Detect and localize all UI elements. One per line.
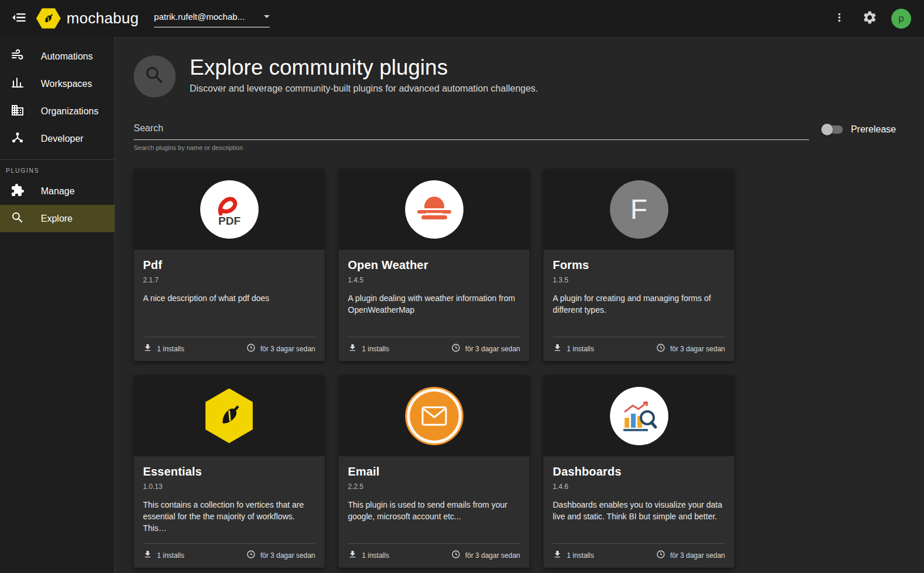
plugin-name: Email — [348, 465, 520, 478]
plugin-description: A nice description of what pdf does — [143, 293, 315, 332]
plugin-card-forms[interactable]: F Forms 1.3.5 A plugin for creating and … — [543, 169, 734, 361]
download-icon — [348, 550, 357, 561]
clock-icon — [246, 343, 256, 354]
clock-icon — [451, 550, 461, 561]
plugin-version: 1.4.5 — [348, 276, 520, 284]
envelope-icon — [421, 406, 447, 426]
sidebar-item-label: Manage — [41, 186, 75, 197]
card-media — [543, 375, 734, 456]
prerelease-toggle[interactable] — [823, 125, 843, 134]
updated-stat: för 3 dagar sedan — [246, 343, 315, 354]
plugin-card-essentials[interactable]: Essentials 1.0.13 This contains a collec… — [134, 375, 325, 568]
card-body: Forms 1.3.5 A plugin for creating and ma… — [543, 250, 734, 361]
plugin-card-open-weather[interactable]: Open Weather 1.4.5 A plugin dealing with… — [339, 169, 529, 361]
card-media — [134, 375, 325, 456]
updated-stat: för 3 dagar sedan — [656, 550, 725, 561]
installs-text: 1 installs — [567, 345, 594, 353]
page-subtitle: Discover and leverage community-built pl… — [190, 83, 538, 94]
updated-stat: för 3 dagar sedan — [656, 343, 725, 354]
sidebar-section-plugins: PLUGINS — [0, 159, 114, 177]
plugin-card-dashboards[interactable]: Dashboards 1.4.6 Dashboards enables you … — [543, 375, 734, 568]
menu-open-icon — [11, 9, 27, 27]
sidebar-item-manage[interactable]: Manage — [0, 177, 114, 205]
search-helper-text: Search plugins by name or description — [134, 144, 809, 151]
card-media: PDF — [134, 169, 325, 250]
download-icon — [553, 550, 562, 561]
installs-stat: 1 installs — [143, 550, 184, 561]
plugin-description: A plugin for creating and managing forms… — [553, 293, 725, 332]
card-body: Email 2.2.5 This plugin is used to send … — [339, 456, 529, 568]
installs-text: 1 installs — [567, 551, 594, 560]
updated-stat: för 3 dagar sedan — [451, 550, 520, 561]
updated-text: för 3 dagar sedan — [260, 345, 315, 353]
settings-button[interactable] — [856, 5, 883, 32]
openweather-logo — [405, 180, 463, 239]
plugin-description: This contains a collection fo vertices t… — [143, 499, 315, 539]
card-body: Open Weather 1.4.5 A plugin dealing with… — [339, 250, 529, 361]
menu-toggle-button[interactable] — [6, 5, 33, 32]
installs-text: 1 installs — [157, 345, 184, 353]
bug-icon — [214, 400, 245, 432]
developer-icon — [11, 131, 25, 147]
more-options-button[interactable] — [826, 5, 853, 32]
plugin-name: Essentials — [143, 465, 315, 478]
search-icon — [11, 211, 25, 227]
essentials-logo — [204, 389, 255, 443]
prerelease-control: Prerelease — [823, 121, 896, 135]
avatar-letter: p — [898, 13, 904, 25]
sidebar-item-label: Workspaces — [41, 79, 92, 89]
page-title: Explore community plugins — [190, 55, 538, 81]
installs-stat: 1 installs — [553, 550, 594, 561]
sidebar-item-organizations[interactable]: Organizations — [0, 97, 114, 125]
workspaces-icon — [11, 76, 25, 92]
plugin-description: Dashboards enables you to visualize your… — [553, 499, 725, 539]
updated-stat: för 3 dagar sedan — [246, 550, 315, 561]
sidebar-item-label: Developer — [41, 134, 83, 144]
svg-text:PDF: PDF — [218, 215, 240, 227]
brand-logo[interactable]: mochabug — [36, 8, 139, 29]
clock-icon — [451, 343, 461, 354]
card-media — [339, 375, 529, 456]
prerelease-label: Prerelease — [851, 124, 896, 135]
plugin-card-pdf[interactable]: PDF Pdf 2.1.7 A nice description of what… — [134, 169, 325, 361]
account-selector[interactable]: patrik.rufelt@mochab... — [154, 9, 270, 27]
installs-stat: 1 installs — [143, 343, 184, 354]
page-header: Explore community plugins Discover and l… — [134, 55, 896, 97]
account-email: patrik.rufelt@mochab... — [154, 12, 245, 22]
installs-stat: 1 installs — [553, 343, 594, 354]
updated-text: för 3 dagar sedan — [670, 551, 725, 560]
sidebar-item-automations[interactable]: Automations — [0, 43, 114, 70]
gear-icon — [862, 10, 877, 27]
page-header-text: Explore community plugins Discover and l… — [190, 55, 538, 97]
card-footer: 1 installs för 3 dagar sedan — [553, 543, 725, 561]
avatar[interactable]: p — [891, 9, 911, 29]
download-icon — [143, 550, 152, 561]
mochabug-hexagon-icon — [36, 8, 61, 29]
sidebar-item-workspaces[interactable]: Workspaces — [0, 70, 114, 97]
card-footer: 1 installs för 3 dagar sedan — [348, 337, 520, 354]
clock-icon — [656, 343, 665, 354]
app-window: mochabug patrik.rufelt@mochab... p — [0, 0, 924, 573]
sidebar-item-explore[interactable]: Explore — [0, 205, 114, 232]
card-media — [339, 169, 529, 250]
updated-text: för 3 dagar sedan — [260, 551, 315, 560]
plugin-name: Pdf — [143, 258, 315, 272]
updated-text: för 3 dagar sedan — [670, 345, 725, 353]
sidebar-item-label: Automations — [41, 51, 93, 62]
plugin-card-email[interactable]: Email 2.2.5 This plugin is used to send … — [339, 375, 529, 568]
puzzle-icon — [11, 183, 25, 200]
search-input[interactable] — [134, 121, 809, 140]
pdf-logo: PDF — [200, 180, 259, 239]
installs-stat: 1 installs — [348, 343, 389, 354]
sidebar-item-developer[interactable]: Developer — [0, 125, 114, 152]
card-body: Essentials 1.0.13 This contains a collec… — [134, 456, 325, 568]
updated-text: för 3 dagar sedan — [465, 551, 520, 560]
card-footer: 1 installs för 3 dagar sedan — [553, 337, 725, 354]
kebab-menu-icon — [833, 11, 846, 26]
topbar-actions: p — [826, 5, 911, 32]
sidebar-item-label: Organizations — [41, 106, 99, 117]
email-logo — [405, 387, 463, 445]
sidebar-item-label: Explore — [41, 214, 72, 224]
card-footer: 1 installs för 3 dagar sedan — [143, 543, 315, 561]
plugin-name: Open Weather — [348, 258, 520, 272]
